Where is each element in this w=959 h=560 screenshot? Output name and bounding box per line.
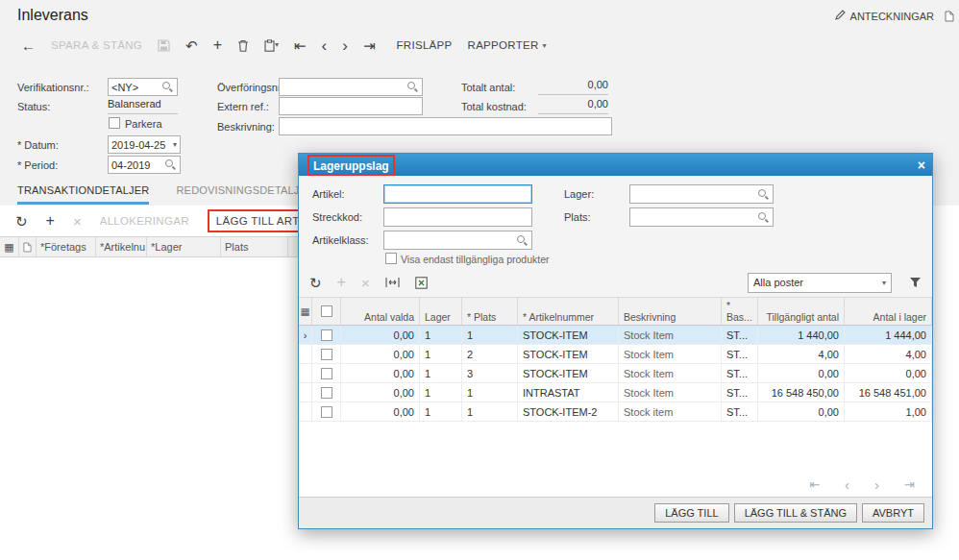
extern-ref-label: Extern ref.:	[217, 101, 269, 112]
allokeringar-button[interactable]: ALLOKERINGAR	[100, 215, 189, 227]
overforingsnr-input[interactable]	[283, 79, 406, 95]
table-row[interactable]: 0,00 1 3 STOCK-ITEM Stock Item ST... 0,0…	[299, 364, 932, 383]
grid-settings-icon[interactable]: ▦	[0, 237, 19, 256]
search-icon[interactable]	[757, 188, 770, 201]
col-bas[interactable]: * Bas...	[722, 298, 758, 325]
datum-field[interactable]: 2019-04-25▾	[108, 135, 181, 154]
col-antal-i-lager[interactable]: Antal i lager	[845, 298, 932, 325]
copy-paste-icon[interactable]: ▾	[264, 39, 279, 52]
table-row[interactable]: 0,00 1 1 INTRASTAT Stock Item ST... 16 5…	[299, 383, 932, 402]
plats-label: Plats:	[564, 211, 591, 223]
files-icon[interactable]	[945, 9, 954, 26]
reports-button[interactable]: RAPPORTER▾	[468, 39, 547, 51]
refresh-icon[interactable]: ↻	[309, 276, 322, 290]
col-artikelnummer[interactable]: * Artikelnummer	[518, 298, 619, 325]
select-all-checkbox[interactable]	[312, 298, 341, 325]
table-row[interactable]: › 0,00 1 1 STOCK-ITEM Stock Item ST... 1…	[299, 326, 932, 345]
cell-antal-valda: 0,00	[341, 402, 420, 422]
add-row-icon[interactable]: +	[46, 213, 55, 229]
chevron-down-icon[interactable]: ▾	[173, 140, 177, 149]
artikel-input[interactable]	[387, 185, 529, 203]
beskrivning-input[interactable]	[283, 118, 608, 134]
last-record-icon[interactable]: ⇥	[363, 38, 376, 53]
table-row[interactable]: 0,00 1 2 STOCK-ITEM Stock Item ST... 4,0…	[299, 345, 932, 364]
dialog-titlebar[interactable]: Lageruppslag ×	[299, 154, 932, 176]
anteckningar-button[interactable]: ANTECKNINGAR	[835, 10, 934, 22]
release-button[interactable]: FRISLÄPP	[397, 39, 453, 51]
lager-field[interactable]	[629, 184, 774, 204]
fit-width-icon[interactable]	[385, 277, 400, 288]
datum-label: * Datum:	[17, 139, 59, 151]
cell-beskrivning: Stock Item	[619, 364, 722, 383]
total-kostnad-value: 0,00	[538, 98, 608, 114]
add-row-icon[interactable]: +	[337, 275, 346, 290]
row-checkbox[interactable]	[312, 402, 341, 422]
streckkod-field[interactable]	[383, 207, 532, 227]
artikel-field[interactable]	[383, 184, 532, 204]
artikelklass-input[interactable]	[387, 231, 516, 249]
search-icon[interactable]	[164, 158, 177, 171]
row-checkbox[interactable]	[312, 364, 341, 383]
col-foretags[interactable]: *Företags	[37, 237, 96, 256]
col-tillgangligt-antal[interactable]: Tillgängligt antal	[758, 298, 845, 325]
back-arrow-icon[interactable]: ←	[21, 38, 36, 53]
export-excel-icon[interactable]	[415, 277, 428, 289]
col-beskrivning[interactable]: Beskrivning	[619, 298, 722, 325]
overforingsnr-field[interactable]	[279, 78, 423, 96]
plats-input[interactable]	[633, 208, 757, 226]
extern-ref-field[interactable]	[279, 97, 423, 115]
first-record-icon[interactable]: ⇤	[294, 38, 307, 53]
row-checkbox[interactable]	[312, 345, 341, 364]
row-checkbox[interactable]	[312, 383, 341, 402]
save-close-button[interactable]: SPARA & STÄNG	[51, 39, 142, 51]
col-plats[interactable]: * Plats	[462, 298, 518, 325]
search-icon[interactable]	[406, 81, 419, 93]
last-page-icon[interactable]: ⇥	[904, 477, 915, 492]
refresh-icon[interactable]: ↻	[15, 214, 28, 229]
cell-tillgangligt-antal: 0,00	[758, 402, 845, 422]
document-icon[interactable]	[19, 237, 37, 256]
col-antal-valda[interactable]: Antal valda	[341, 298, 420, 325]
grid-settings-icon[interactable]: ▦	[299, 298, 312, 325]
lagg-till-stang-button[interactable]: LÄGG TILL & STÄNG	[734, 503, 857, 523]
row-checkbox[interactable]	[312, 326, 341, 345]
undo-icon[interactable]: ↶	[185, 38, 198, 53]
lagg-till-button[interactable]: LÄGG TILL	[654, 503, 728, 523]
save-icon[interactable]	[158, 39, 170, 52]
streckkod-input[interactable]	[387, 208, 529, 226]
period-field[interactable]: 04-2019	[108, 156, 181, 174]
verifikationsnr-field[interactable]: <NY>	[108, 78, 178, 96]
visa-endast-checkbox[interactable]	[385, 253, 397, 264]
close-icon[interactable]: ×	[918, 158, 925, 173]
prev-page-icon[interactable]: ‹	[845, 476, 849, 493]
search-icon[interactable]	[161, 81, 174, 93]
col-lager[interactable]: Lager	[420, 298, 462, 325]
table-row[interactable]: 0,00 1 1 STOCK-ITEM-2 Stock item ST... 0…	[299, 402, 932, 422]
col-plats[interactable]: Plats	[221, 237, 288, 256]
prev-record-icon[interactable]: ‹	[322, 37, 328, 54]
extern-ref-input[interactable]	[283, 98, 419, 114]
add-icon[interactable]: +	[213, 37, 222, 53]
artikelklass-field[interactable]	[383, 231, 532, 250]
col-artikelnu[interactable]: *Artikelnu	[96, 237, 147, 256]
next-page-icon[interactable]: ›	[874, 476, 879, 493]
avbryt-button[interactable]: AVBRYT	[862, 503, 924, 523]
tab-transaktiondetaljer[interactable]: TRANSAKTIONDETALJER	[17, 184, 149, 205]
beskrivning-field[interactable]	[279, 117, 612, 135]
next-record-icon[interactable]: ›	[342, 37, 348, 54]
plats-field[interactable]	[629, 207, 774, 227]
tab-redovisningsdetaljer[interactable]: REDOVISNINGSDETALJER	[176, 184, 314, 205]
cell-beskrivning: Stock Item	[619, 345, 722, 364]
filter-icon[interactable]	[909, 277, 922, 288]
cell-beskrivning: Stock Item	[619, 326, 722, 345]
delete-row-icon[interactable]: ×	[361, 276, 370, 290]
parkera-checkbox[interactable]	[109, 117, 120, 129]
delete-icon[interactable]	[237, 39, 249, 52]
first-page-icon[interactable]: ⇤	[809, 477, 820, 492]
search-icon[interactable]	[516, 234, 529, 247]
filter-select[interactable]: Alla poster ▾	[748, 273, 892, 293]
delete-row-icon[interactable]: ×	[73, 214, 82, 229]
search-icon[interactable]	[757, 211, 770, 224]
col-lager[interactable]: *Lager	[147, 237, 221, 256]
lager-input[interactable]	[633, 185, 757, 203]
